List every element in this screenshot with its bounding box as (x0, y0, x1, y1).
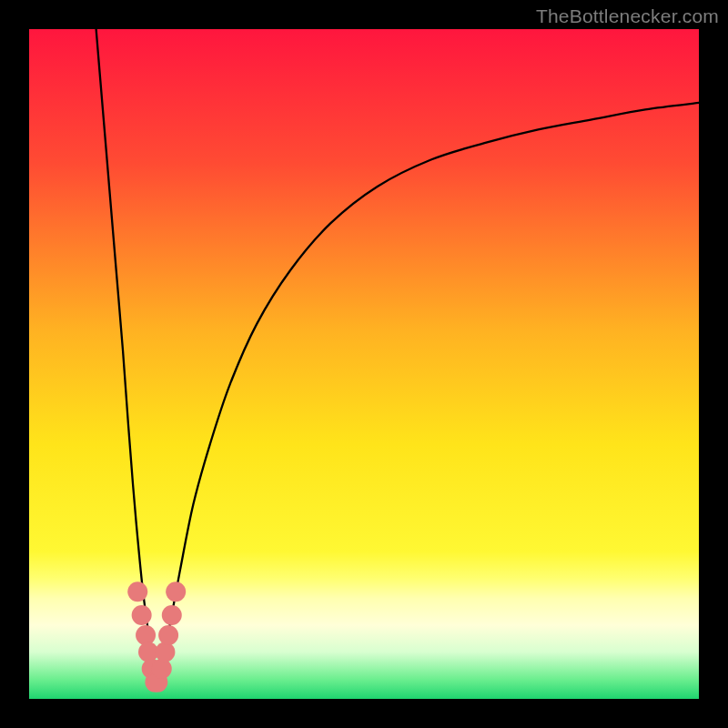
valley-marker (127, 581, 147, 602)
valley-marker (136, 625, 156, 645)
valley-marker (166, 581, 186, 602)
valley-marker (132, 605, 152, 625)
plot-area (29, 29, 699, 699)
valley-marker (155, 642, 175, 662)
chart-frame: TheBottlenecker.com (0, 0, 728, 728)
chart-svg (29, 29, 699, 699)
valley-marker (158, 625, 178, 645)
gradient-background (29, 29, 699, 699)
valley-marker (152, 659, 172, 679)
watermark-text: TheBottlenecker.com (536, 5, 719, 27)
valley-marker (162, 605, 182, 625)
